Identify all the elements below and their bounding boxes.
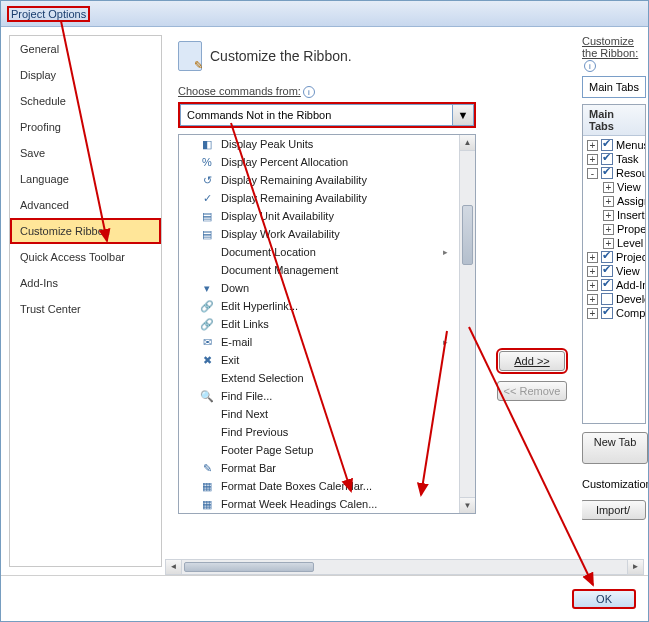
tree-node[interactable]: +Properties	[603, 222, 641, 236]
checkbox[interactable]	[601, 279, 613, 291]
list-item[interactable]: ◧Display Peak Units	[179, 135, 459, 153]
list-item[interactable]: ✖Exit	[179, 351, 459, 369]
tree-node[interactable]: +View	[587, 264, 641, 278]
info-icon[interactable]: i	[584, 60, 596, 72]
list-item[interactable]: 🔍Find File...	[179, 387, 459, 405]
scroll-left-icon[interactable]: ◄	[166, 560, 182, 574]
ribbon-tree[interactable]: Main Tabs +Menus+Task-Resource+View+Assi…	[582, 104, 646, 424]
command-icon	[199, 442, 215, 458]
horizontal-scrollbar[interactable]: ◄ ►	[165, 559, 644, 575]
tree-node[interactable]: +Developer	[587, 292, 641, 306]
new-tab-button[interactable]: New Tab	[582, 432, 648, 464]
list-item[interactable]: ↺Display Remaining Availability	[179, 171, 459, 189]
expander-icon[interactable]: +	[587, 294, 598, 305]
nav-item-display[interactable]: Display	[10, 62, 161, 88]
expander-icon[interactable]: +	[587, 280, 598, 291]
choose-commands-value[interactable]	[180, 104, 452, 126]
command-label: E-mail	[221, 336, 252, 348]
expander-icon[interactable]: +	[587, 308, 598, 319]
expander-icon[interactable]: +	[587, 266, 598, 277]
tree-node[interactable]: +View	[603, 180, 641, 194]
nav-item-save[interactable]: Save	[10, 140, 161, 166]
command-icon	[199, 406, 215, 422]
add-button[interactable]: Add >>	[499, 351, 565, 371]
nav-item-proofing[interactable]: Proofing	[10, 114, 161, 140]
list-item[interactable]: Document Location▸	[179, 243, 459, 261]
expander-icon[interactable]: +	[587, 140, 598, 151]
nav-item-language[interactable]: Language	[10, 166, 161, 192]
list-item[interactable]: ✉E-mail▸	[179, 333, 459, 351]
command-label: Find Previous	[221, 426, 288, 438]
list-item[interactable]: 🔗Edit Links	[179, 315, 459, 333]
expander-icon[interactable]: +	[587, 154, 598, 165]
tree-node[interactable]: +Level	[603, 236, 641, 250]
list-item[interactable]: ▤Display Work Availability	[179, 225, 459, 243]
commands-listbox[interactable]: ◧Display Peak Units%Display Percent Allo…	[178, 134, 476, 514]
list-item[interactable]: ✎Format Bar	[179, 459, 459, 477]
popup-indicator-icon: ▸	[443, 337, 455, 347]
nav-item-add-ins[interactable]: Add-Ins	[10, 270, 161, 296]
list-item[interactable]: Footer Page Setup	[179, 441, 459, 459]
checkbox[interactable]	[601, 251, 613, 263]
nav-item-schedule[interactable]: Schedule	[10, 88, 161, 114]
command-icon: ✉	[199, 334, 215, 350]
nav-item-general[interactable]: General	[10, 36, 161, 62]
list-item[interactable]: Extend Selection	[179, 369, 459, 387]
checkbox[interactable]	[601, 139, 613, 151]
h-scroll-thumb[interactable]	[184, 562, 314, 572]
ok-button[interactable]: OK	[572, 589, 636, 609]
scroll-right-icon[interactable]: ►	[627, 560, 643, 574]
scroll-thumb[interactable]	[462, 205, 473, 265]
chevron-down-icon[interactable]: ▼	[452, 104, 474, 126]
expander-icon[interactable]: +	[603, 238, 614, 249]
tree-node[interactable]: +Insert Resource	[603, 208, 641, 222]
tree-node[interactable]: +Compare Projects	[587, 306, 641, 320]
tree-node[interactable]: +Add-Ins	[587, 278, 641, 292]
ribbon-tabs-combo[interactable]: Main Tabs	[582, 76, 646, 98]
list-item[interactable]: Find Next	[179, 405, 459, 423]
tree-label: Assignments	[617, 195, 646, 207]
list-item[interactable]: %Display Percent Allocation	[179, 153, 459, 171]
nav-item-advanced[interactable]: Advanced	[10, 192, 161, 218]
import-export-button[interactable]: Import/	[582, 500, 646, 520]
scroll-down-icon[interactable]: ▼	[460, 497, 475, 513]
expander-icon[interactable]: +	[603, 210, 614, 221]
nav-item-customize-ribbon[interactable]: Customize Ribbon	[10, 218, 161, 244]
checkbox[interactable]	[601, 265, 613, 277]
choose-commands-combo[interactable]: ▼	[178, 102, 476, 128]
nav-item-trust-center[interactable]: Trust Center	[10, 296, 161, 322]
list-item[interactable]: Document Management	[179, 261, 459, 279]
list-item[interactable]: ▦Format Week Headings Calen...	[179, 495, 459, 513]
tree-node[interactable]: +Task	[587, 152, 641, 166]
tree-label: Add-Ins	[616, 279, 646, 291]
command-label: Format Week Headings Calen...	[221, 498, 377, 510]
list-item[interactable]: ✓Display Remaining Availability	[179, 189, 459, 207]
tree-node[interactable]: +Project	[587, 250, 641, 264]
scroll-up-icon[interactable]: ▲	[460, 135, 475, 151]
vertical-scrollbar[interactable]: ▲ ▼	[459, 135, 475, 513]
list-item[interactable]: ▦Format Date Boxes Calendar...	[179, 477, 459, 495]
tree-node[interactable]: -Resource	[587, 166, 641, 180]
list-item[interactable]: ▤Display Unit Availability	[179, 207, 459, 225]
list-item[interactable]: Formula Bar	[179, 513, 459, 514]
nav-item-quick-access-toolbar[interactable]: Quick Access Toolbar	[10, 244, 161, 270]
list-item[interactable]: 🔗Edit Hyperlink...	[179, 297, 459, 315]
checkbox[interactable]	[601, 307, 613, 319]
command-label: Find File...	[221, 390, 272, 402]
tree-label: Project	[616, 251, 646, 263]
checkbox[interactable]	[601, 153, 613, 165]
checkbox[interactable]	[601, 167, 613, 179]
expander-icon[interactable]: +	[603, 182, 614, 193]
list-item[interactable]: Find Previous	[179, 423, 459, 441]
expander-icon[interactable]: +	[587, 252, 598, 263]
expander-icon[interactable]: +	[603, 224, 614, 235]
checkbox[interactable]	[601, 293, 613, 305]
expander-icon[interactable]: -	[587, 168, 598, 179]
remove-button[interactable]: << Remove	[497, 381, 568, 401]
tree-node[interactable]: +Assignments	[603, 194, 641, 208]
expander-icon[interactable]: +	[603, 196, 614, 207]
tree-label: Properties	[617, 223, 646, 235]
tree-node[interactable]: +Menus	[587, 138, 641, 152]
list-item[interactable]: ▾Down	[179, 279, 459, 297]
info-icon[interactable]: i	[303, 86, 315, 98]
